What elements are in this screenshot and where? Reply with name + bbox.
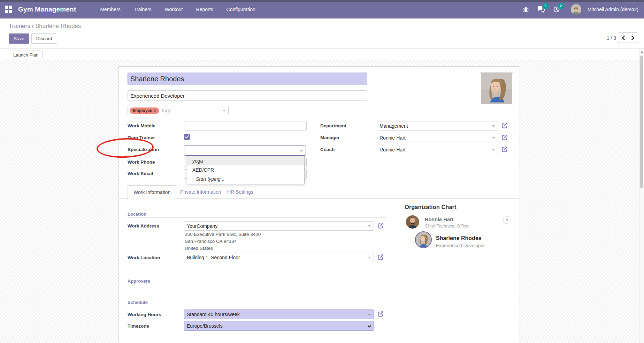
work-location-external-link-icon[interactable]: [377, 254, 384, 260]
work-address-value: YourCompany: [187, 223, 217, 229]
work-location-input[interactable]: Building 1, Second Floor: [184, 253, 374, 262]
work-location-caret-icon: [368, 257, 371, 259]
pager-previous-button[interactable]: [618, 32, 628, 43]
working-hours-label: Working Hours: [128, 312, 161, 317]
tab-work-information[interactable]: Work Information: [128, 185, 176, 199]
nav-menus: Members Trainers Workout Reports Configu…: [95, 4, 260, 15]
tag-remove-icon[interactable]: ×: [154, 108, 156, 113]
specialization-label: Specialization: [128, 147, 159, 152]
org-node-current-avatar[interactable]: [415, 231, 432, 248]
user-name[interactable]: Mitchell Admin (demo2): [588, 7, 638, 12]
working-hours-external-link-icon[interactable]: [377, 311, 384, 317]
work-location-label: Work Location: [128, 255, 160, 260]
address-city: San Francisco CA 94134: [185, 239, 237, 244]
dropdown-option-yoga[interactable]: yoga: [187, 156, 304, 165]
job-title-value: Experienced Developer: [130, 93, 185, 99]
messages-icon[interactable]: 5: [535, 3, 547, 15]
org-node-manager-name[interactable]: Ronnie Hart: [425, 217, 453, 222]
working-hours-value: Standard 40 hours/week: [187, 312, 240, 317]
tab-private-information[interactable]: Private Information: [175, 185, 227, 199]
top-navbar: Gym Management Members Trainers Workout …: [0, 0, 644, 18]
work-phone-label: Work Phone: [128, 159, 155, 165]
approvers-section-title: Approvers: [128, 278, 150, 284]
work-address-input[interactable]: YourCompany: [184, 221, 374, 231]
specialization-dropdown: yoga AED/CPR Start typing...: [187, 156, 305, 184]
org-node-current-title: Experienced Developer: [436, 243, 485, 248]
discard-button[interactable]: Discard: [31, 33, 57, 44]
tags-placeholder: Tags: [161, 108, 171, 113]
coach-caret-icon: [492, 149, 495, 151]
working-hours-input[interactable]: Standard 40 hours/week: [184, 310, 374, 319]
name-input[interactable]: Sharlene Rhodes: [128, 73, 367, 85]
work-mobile-input[interactable]: [184, 121, 307, 131]
timezone-value: Europe/Brussels: [187, 323, 223, 329]
job-title-input[interactable]: Experienced Developer: [128, 90, 367, 101]
form-content-area: Sharlene Rhodes Experienced Developer Em…: [0, 60, 639, 343]
specialization-input[interactable]: [184, 146, 306, 156]
org-node-manager-avatar[interactable]: [406, 215, 419, 229]
department-label: Department: [320, 123, 346, 128]
timezone-label: Timezone: [128, 323, 149, 329]
breadcrumb: Trainers / Sharlene Rhodes: [9, 23, 81, 30]
activities-icon[interactable]: 2: [551, 3, 562, 15]
dropdown-option-aedcpr[interactable]: AED/CPR: [187, 165, 304, 174]
pager-value: 1 / 3: [607, 35, 616, 41]
org-chart-title: Organization Chart: [405, 204, 457, 210]
dropdown-start-typing-hint[interactable]: Start typing...: [187, 174, 304, 184]
text-cursor: [187, 148, 187, 154]
nav-item-workout[interactable]: Workout: [160, 4, 188, 15]
save-button[interactable]: Save: [9, 33, 29, 44]
nav-item-members[interactable]: Members: [95, 4, 125, 15]
pager-buttons: [618, 32, 638, 43]
navbar-right: 5 2 Mitchell Admin (demo2): [520, 3, 644, 15]
work-address-external-link-icon[interactable]: [377, 222, 384, 229]
working-hours-caret-icon: [368, 314, 371, 315]
address-street: 250 Executive Park Blvd, Suite 3400: [185, 232, 261, 237]
pager-next-button[interactable]: [628, 32, 638, 43]
tag-employee: Employee ×: [130, 107, 159, 114]
scrollbar-up-arrow-icon[interactable]: [641, 51, 643, 53]
app-screen: Gym Management Members Trainers Workout …: [0, 0, 644, 343]
manager-value: Ronnie Hart: [380, 135, 406, 141]
control-panel: Trainers / Sharlene Rhodes Save Discard …: [0, 18, 644, 49]
name-value: Sharlene Rhodes: [130, 75, 184, 83]
department-value: Management: [380, 123, 408, 129]
org-node-manager-badge[interactable]: 5: [503, 216, 511, 224]
vertical-scrollbar[interactable]: [639, 49, 644, 343]
work-mobile-label: Work Mobile: [128, 123, 155, 128]
schedule-section-divider: [128, 306, 386, 306]
nav-item-configuration[interactable]: Configuration: [221, 4, 261, 15]
user-avatar[interactable]: [571, 4, 581, 15]
manager-external-link-icon[interactable]: [501, 134, 508, 141]
tab-hr-settings[interactable]: HR Settings: [222, 185, 259, 199]
launch-plan-button[interactable]: Launch Plan: [9, 51, 43, 59]
address-country: United States: [185, 246, 213, 251]
apps-menu-icon[interactable]: [5, 6, 13, 13]
coach-external-link-icon[interactable]: [501, 146, 508, 152]
timezone-select[interactable]: Europe/Brussels: [184, 321, 374, 331]
form-sheet: Sharlene Rhodes Experienced Developer Em…: [118, 66, 519, 343]
debug-bug-icon[interactable]: [520, 3, 532, 15]
tags-input[interactable]: Employee × Tags: [128, 106, 229, 115]
department-caret-icon: [492, 125, 495, 127]
coach-input[interactable]: Ronnie Hart: [377, 145, 498, 154]
tags-caret-icon: [223, 110, 225, 112]
gym-trainer-label: Gym Trainer: [128, 135, 155, 140]
timezone-select-arrow-icon: [367, 324, 371, 328]
scrollbar-thumb[interactable]: [640, 56, 643, 188]
activities-badge: 2: [558, 3, 564, 9]
department-external-link-icon[interactable]: [501, 122, 508, 129]
department-input[interactable]: Management: [377, 121, 498, 131]
employee-photo[interactable]: [480, 72, 513, 105]
org-node-manager-title: Chief Technical Officer: [425, 223, 470, 229]
messages-badge: 5: [543, 3, 549, 9]
coach-label: Coach: [320, 147, 335, 152]
tag-label: Employee: [132, 108, 152, 113]
schedule-section-title: Schedule: [128, 300, 148, 305]
app-brand[interactable]: Gym Management: [18, 6, 76, 13]
gym-trainer-checkbox[interactable]: [184, 134, 190, 140]
breadcrumb-parent[interactable]: Trainers: [9, 23, 30, 29]
manager-input[interactable]: Ronnie Hart: [377, 133, 498, 142]
nav-item-reports[interactable]: Reports: [191, 4, 219, 15]
nav-item-trainers[interactable]: Trainers: [129, 4, 157, 15]
